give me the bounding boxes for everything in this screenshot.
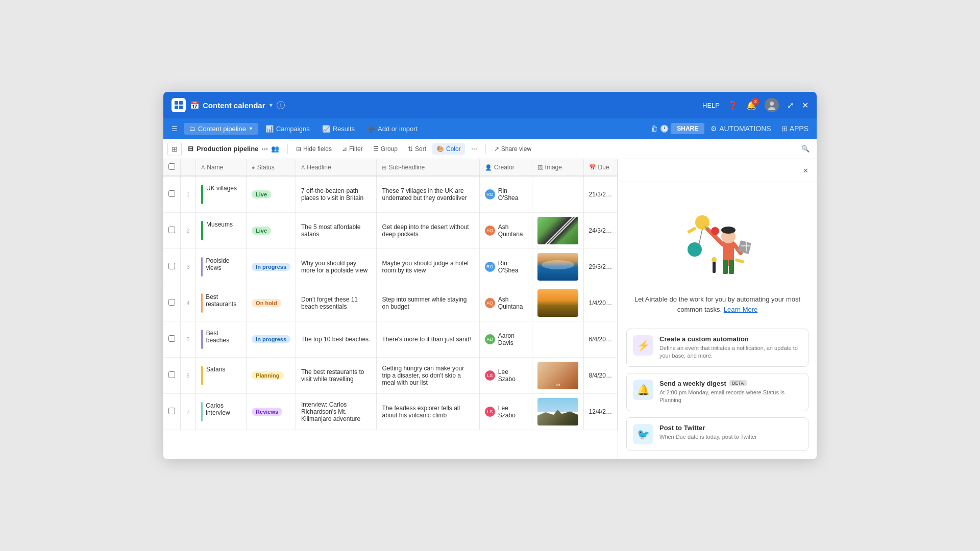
headline-cell[interactable]: Why you should pay more for a poolside v…: [296, 249, 377, 285]
headline-cell[interactable]: The 5 most affordable safaris: [296, 213, 377, 249]
th-status[interactable]: ● Status: [247, 159, 296, 176]
th-name[interactable]: A Name: [196, 159, 247, 176]
nav-item-results[interactable]: 📈 Results: [317, 123, 360, 135]
creator-cell[interactable]: AQ Ash Quintana: [479, 285, 532, 321]
sort-button[interactable]: ⇅ Sort: [404, 143, 430, 155]
table-row[interactable]: 1 UK villages Live 7 off-the-beaten-path…: [163, 176, 618, 213]
info-icon[interactable]: i: [277, 101, 285, 109]
status-cell[interactable]: In progress: [247, 249, 296, 285]
creator-cell[interactable]: LS Lee Szabo: [479, 358, 532, 394]
automation-item-twitter[interactable]: 🐦 Post to Twitter When Due date is today…: [626, 417, 808, 451]
table-row[interactable]: 2 Museums Live The 5 most affordable saf…: [163, 213, 618, 249]
hamburger-button[interactable]: ☰: [167, 121, 182, 136]
checkbox-cell[interactable]: [163, 358, 181, 394]
th-sub-headline[interactable]: ⊞ Sub-headline: [377, 159, 479, 176]
status-cell[interactable]: Live: [247, 213, 296, 249]
sub-headline-cell[interactable]: There's more to it than just sand!: [377, 321, 479, 358]
name-cell[interactable]: Best beaches: [196, 321, 247, 358]
more-button[interactable]: ⋯: [467, 143, 481, 155]
image-cell-wrap: [532, 249, 583, 285]
row-num-cell: 6: [181, 358, 196, 394]
sub-headline-cell[interactable]: Getting hungry can make your trip a disa…: [377, 358, 479, 394]
history-icon[interactable]: 🕐: [660, 124, 669, 133]
nav-item-add-or-import[interactable]: ➕ Add or import: [362, 123, 423, 135]
status-cell[interactable]: On hold: [247, 285, 296, 321]
filter-button[interactable]: ⊿ Filter: [338, 143, 367, 155]
apps-button[interactable]: ⊞ APPS: [777, 122, 813, 135]
th-creator[interactable]: 👤 Creator: [479, 159, 532, 176]
row-checkbox[interactable]: [168, 371, 175, 378]
row-checkbox[interactable]: [168, 227, 175, 233]
search-button[interactable]: 🔍: [798, 142, 813, 156]
creator-cell[interactable]: AQ Ash Quintana: [479, 213, 532, 249]
automations-button[interactable]: ⚙ AUTOMATIONS: [706, 122, 775, 135]
checkbox-cell[interactable]: [163, 285, 181, 321]
headline-cell[interactable]: The top 10 best beaches.: [296, 321, 377, 358]
name-cell[interactable]: Poolside views: [196, 249, 247, 285]
learn-more-link[interactable]: Learn More: [724, 306, 757, 313]
th-headline[interactable]: A Headline: [296, 159, 377, 176]
view-name[interactable]: ⊟ Production pipeline ••• 👥: [184, 143, 283, 155]
checkbox-cell[interactable]: [163, 213, 181, 249]
group-button[interactable]: ☰ Group: [369, 143, 402, 155]
checkbox-cell[interactable]: [163, 176, 181, 213]
share-view-button[interactable]: ↗ Share view: [490, 143, 535, 155]
row-checkbox[interactable]: [168, 263, 175, 269]
checkbox-cell[interactable]: [163, 321, 181, 358]
panel-close-button[interactable]: ✕: [798, 163, 813, 178]
th-due[interactable]: 📅 Due: [583, 159, 617, 176]
checkbox-cell[interactable]: [163, 249, 181, 285]
expand-icon[interactable]: ⤢: [787, 101, 794, 110]
sub-headline-cell[interactable]: Get deep into the desert without deep po…: [377, 213, 479, 249]
row-checkbox[interactable]: [168, 299, 175, 306]
row-checkbox[interactable]: [168, 408, 175, 414]
table-row[interactable]: 6 Safaris Planning The best restaurants …: [163, 358, 618, 394]
headline-cell[interactable]: Don't forget these 11 beach essentials: [296, 285, 377, 321]
sub-headline-cell[interactable]: These 7 villages in the UK are underrate…: [377, 176, 479, 213]
headline-cell[interactable]: Interview: Carlos Richardson's Mt. Kilim…: [296, 394, 377, 430]
help-icon[interactable]: ❓: [728, 101, 738, 110]
sub-headline-cell[interactable]: Step into summer while staying on budget: [377, 285, 479, 321]
th-checkbox[interactable]: [163, 159, 181, 176]
row-checkbox[interactable]: [168, 335, 175, 342]
status-cell[interactable]: Planning: [247, 358, 296, 394]
color-button[interactable]: 🎨 Color: [432, 143, 465, 155]
trash-icon[interactable]: 🗑: [651, 124, 658, 133]
status-cell[interactable]: Reviews: [247, 394, 296, 430]
name-cell[interactable]: Carlos interview: [196, 394, 247, 430]
hide-fields-button[interactable]: ⊟ Hide fields: [292, 143, 336, 155]
name-cell[interactable]: UK villages: [196, 176, 247, 213]
help-label[interactable]: HELP: [702, 102, 720, 109]
sub-headline-cell[interactable]: The fearless explorer tells all about hi…: [377, 394, 479, 430]
row-checkbox[interactable]: [168, 190, 175, 197]
table-row[interactable]: 4 Best restaurants On hold Don't forget …: [163, 285, 618, 321]
checkbox-cell[interactable]: [163, 394, 181, 430]
th-image[interactable]: 🖼 Image: [532, 159, 583, 176]
table-row[interactable]: 3 Poolside views In progress Why you sho…: [163, 249, 618, 285]
table-row[interactable]: 5 Best beaches In progress The top 10 be…: [163, 321, 618, 358]
name-cell[interactable]: Museums: [196, 213, 247, 249]
name-cell[interactable]: Safaris: [196, 358, 247, 394]
sub-headline-cell[interactable]: Maybe you should judge a hotel room by i…: [377, 249, 479, 285]
name-cell[interactable]: Best restaurants: [196, 285, 247, 321]
select-all-checkbox[interactable]: [168, 163, 175, 170]
notifications-icon[interactable]: 🔔 3: [746, 101, 756, 110]
view-sidebar-toggle[interactable]: ⊞: [167, 142, 182, 156]
creator-cell[interactable]: LS Lee Szabo: [479, 394, 532, 430]
title-dropdown-icon[interactable]: ▼: [268, 102, 274, 108]
creator-cell[interactable]: AD Aaron Davis: [479, 321, 532, 358]
status-cell[interactable]: Live: [247, 176, 296, 213]
table-row[interactable]: 7 Carlos interview Reviews Interview: Ca…: [163, 394, 618, 430]
creator-cell[interactable]: RO Rin O'Shea: [479, 249, 532, 285]
headline-cell[interactable]: 7 off-the-beaten-path places to visit in…: [296, 176, 377, 213]
share-button[interactable]: SHARE: [671, 123, 704, 134]
automation-item-digest[interactable]: 🔔 Send a weekly digest BETA At 2:00 pm M…: [626, 373, 808, 411]
user-avatar[interactable]: [765, 98, 779, 112]
headline-cell[interactable]: The best restaurants to visit while trav…: [296, 358, 377, 394]
close-icon[interactable]: ✕: [802, 101, 808, 110]
nav-item-content-pipeline[interactable]: 🗂 Content pipeline ▼: [184, 123, 258, 135]
nav-item-campaigns[interactable]: 📊 Campaigns: [260, 123, 315, 135]
creator-cell[interactable]: RO Rin O'Shea: [479, 176, 532, 213]
automation-item-custom[interactable]: ⚡ Create a custom automation Define an e…: [626, 329, 808, 367]
status-cell[interactable]: In progress: [247, 321, 296, 358]
